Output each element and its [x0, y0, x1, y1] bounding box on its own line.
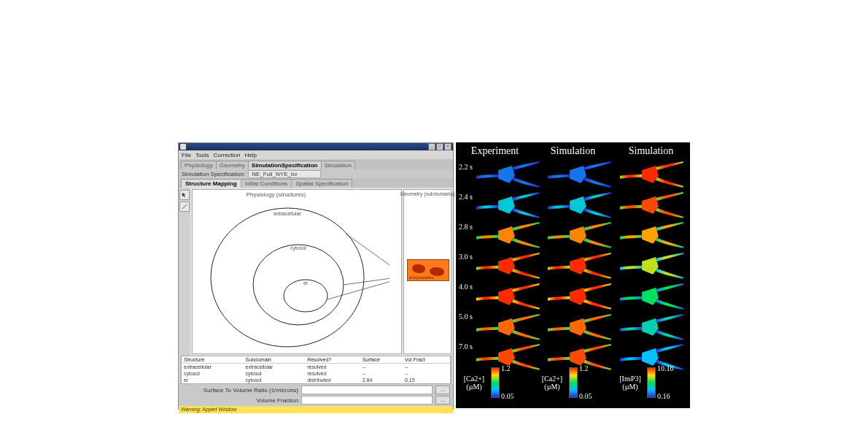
neuron-frame [475, 160, 543, 189]
time-label: 7.0 s [459, 342, 473, 350]
menu-bar: File Tools Correction Help [179, 150, 453, 159]
neuron-frame [475, 251, 543, 280]
results-figure: Experiment Simulation Simulation 2.2 s 2… [456, 142, 690, 408]
simulation-spec-row: Simulation Specification: NE_Full_NYE_bv [179, 169, 453, 178]
tab-simulationspecification[interactable]: SimulationSpecification [248, 161, 322, 169]
geometry-panel-header: Geometry (subdomains) [400, 191, 454, 196]
col-resolved[interactable]: Resolved? [305, 356, 360, 364]
tab-initial-conditions[interactable]: Initial Conditions [241, 179, 292, 188]
colorbar-gradient [647, 367, 656, 398]
window-minimize-button[interactable]: _ [428, 143, 435, 150]
mapping-table[interactable]: Structure Subdomain Resolved? Surface Vo… [181, 356, 451, 384]
colorbar-gradient [491, 367, 500, 398]
neuron-frame [475, 191, 543, 220]
cell: extracellular [182, 364, 244, 371]
time-label: 2.4 s [459, 193, 473, 201]
cell: distributed [305, 377, 360, 383]
pencil-icon [182, 204, 187, 210]
pointer-tool[interactable] [179, 190, 190, 200]
window-close-button[interactable]: × [444, 143, 452, 150]
header-simulation-ip3: Simulation [612, 145, 690, 157]
colorbar-sim-ca: [Ca2+](µM) 1.2 0.05 [534, 361, 612, 404]
colorbar-min: 0.05 [579, 392, 592, 400]
cell: cytosol [182, 370, 244, 377]
cell: -- [360, 364, 403, 371]
pointer-icon [182, 192, 187, 198]
surface-to-volume-row: Surface To Volume Ratio (1/microns) ... [182, 386, 450, 394]
structure-panel[interactable]: Physiology (structures) extracellular cy… [192, 189, 402, 354]
colorbar-min: 0.16 [657, 392, 670, 400]
time-label: 5.0 s [459, 313, 473, 321]
cell: 0.15 [403, 377, 450, 383]
table-row[interactable]: extracellular extracellular resolved -- … [182, 364, 450, 371]
neuron-frame [546, 282, 615, 311]
neuron-frame [619, 251, 687, 280]
colorbar-max: 1.2 [501, 364, 511, 372]
surface-to-volume-browse[interactable]: ... [435, 386, 450, 394]
window-titlebar[interactable]: _ □ × [179, 143, 453, 150]
tab-geometry[interactable]: Geometry [216, 161, 249, 169]
cell: -- [403, 370, 450, 377]
menu-help[interactable]: Help [244, 152, 256, 158]
neuron-frame [475, 221, 543, 250]
svg-point-1 [211, 208, 364, 347]
sim-spec-value[interactable]: NE_Full_NYE_bv [248, 170, 321, 178]
header-simulation-ca: Simulation [534, 145, 612, 157]
colorbar-max: 1.2 [579, 364, 589, 372]
secondary-tabs: Structure Mapping Initial Conditions Spa… [179, 178, 453, 188]
label-er: er [303, 280, 309, 286]
neuron-frame [546, 313, 615, 342]
cell: extracellular [244, 364, 306, 371]
colorbar-label: [Ca2+](µM) [460, 375, 488, 391]
cell: -- [360, 370, 403, 377]
col-volfract[interactable]: Vol Fract [403, 356, 450, 364]
label-cytosol: cytosol [290, 245, 306, 251]
window-app-icon [180, 144, 186, 150]
menu-correction[interactable]: Correction [214, 152, 241, 158]
menu-file[interactable]: File [182, 152, 191, 158]
status-bar: Warning: Applet Window [179, 406, 453, 413]
menu-tools[interactable]: Tools [195, 152, 209, 158]
time-label: 2.2 s [459, 163, 473, 171]
neuron-frame [546, 221, 615, 250]
neuron-frame [619, 191, 687, 220]
cell: cytosol [244, 377, 306, 383]
geometry-thumbnail[interactable]: er/cytosol/ec [407, 259, 449, 281]
sim-spec-label: Simulation Specification: [182, 171, 245, 177]
time-label: 2.8 s [459, 223, 473, 231]
svg-line-0 [182, 204, 187, 209]
surface-to-volume-input[interactable] [301, 386, 433, 394]
time-label: 4.0 s [459, 283, 473, 291]
colorbar-experiment: [Ca2+](µM) 1.2 0.05 [456, 361, 534, 404]
table-row[interactable]: er cytosol distributed 2.84 0.15 [182, 377, 450, 383]
line-tool[interactable] [179, 202, 190, 212]
col-surface[interactable]: Surface [360, 356, 403, 364]
work-area: Physiology (structures) extracellular cy… [179, 188, 453, 356]
tab-simulation[interactable]: Simulation [321, 161, 355, 169]
window-maximize-button[interactable]: □ [436, 143, 443, 150]
neuron-image-grid [475, 160, 687, 357]
tab-physiology[interactable]: Physiology [181, 161, 217, 169]
volume-fraction-input[interactable] [301, 396, 433, 405]
canvas: { "app": { "menu": ["File", "Tools", "Co… [0, 0, 868, 433]
neuron-frame [546, 191, 615, 220]
tab-structure-mapping[interactable]: Structure Mapping [181, 179, 241, 188]
structure-diagram: extracellular cytosol er [200, 197, 390, 350]
col-subdomain[interactable]: Subdomain [244, 356, 306, 364]
tool-column [179, 188, 190, 356]
neuron-frame [475, 282, 543, 311]
property-fields: Surface To Volume Ratio (1/microns) ... … [179, 384, 453, 406]
time-label: 3.0 s [459, 253, 473, 261]
volume-fraction-browse[interactable]: ... [435, 396, 450, 405]
cell: resolved [305, 370, 360, 377]
label-extracellular: extracellular [274, 211, 301, 216]
tab-spatial-specification[interactable]: Spatial Specification [291, 179, 352, 188]
neuron-frame [475, 313, 543, 342]
figure-column-headers: Experiment Simulation Simulation [456, 145, 690, 157]
neuron-frame [546, 251, 615, 280]
table-row[interactable]: cytosol cytosol resolved -- -- [182, 370, 450, 377]
window-controls: _ □ × [428, 143, 452, 150]
cell: -- [403, 364, 450, 371]
col-structure[interactable]: Structure [182, 356, 244, 364]
geometry-panel[interactable]: Geometry (subdomains) er/cytosol/ec [403, 189, 452, 354]
